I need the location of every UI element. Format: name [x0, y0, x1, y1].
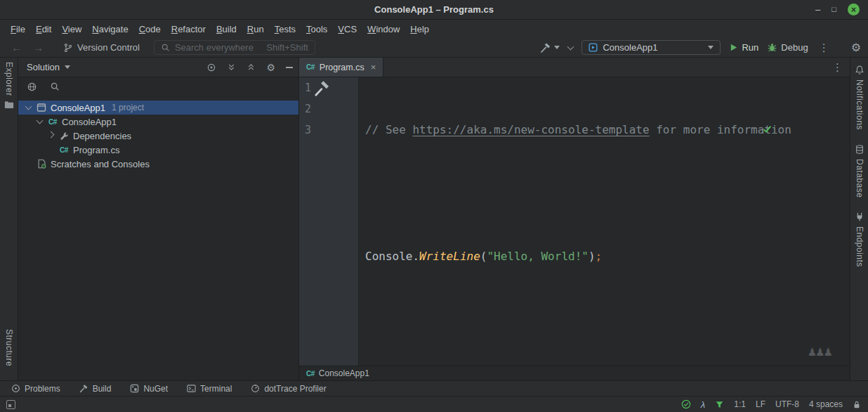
maximize-button[interactable]: □ [831, 6, 836, 13]
close-button[interactable]: × [848, 4, 860, 15]
panel-view-select[interactable]: Solution [27, 62, 70, 72]
settings-gear-icon[interactable]: ⚙ [851, 41, 861, 54]
build-solution-button[interactable] [540, 42, 560, 53]
run-button[interactable]: Run [729, 42, 758, 53]
forward-icon[interactable]: → [30, 41, 46, 53]
tree-item-program-cs[interactable]: C# Program.cs [18, 143, 298, 157]
tree-item-scratches[interactable]: Scratches and Consoles [18, 157, 298, 171]
inspections-status-icon[interactable] [762, 82, 843, 176]
expand-all-icon[interactable] [227, 63, 236, 72]
menu-navigate[interactable]: Navigate [87, 22, 133, 37]
tool-button-nuget[interactable]: NuGet [130, 384, 168, 394]
menu-file[interactable]: File [6, 22, 30, 37]
method-token: WriteLine [419, 250, 480, 263]
debug-label: Debug [781, 42, 808, 53]
tool-button-build[interactable]: Build [79, 384, 112, 394]
line-separator[interactable]: LF [756, 399, 765, 409]
hide-panel-icon[interactable] [286, 67, 293, 68]
tool-button-terminal[interactable]: Terminal [187, 384, 232, 394]
file-encoding[interactable]: UTF-8 [775, 399, 799, 409]
line-number[interactable]: 3 [305, 120, 358, 141]
nuget-icon [130, 384, 139, 393]
tab-close-icon[interactable]: × [371, 62, 376, 72]
search-everywhere[interactable]: Search everywhere Shift+Shift [154, 40, 315, 55]
chevron-down-icon[interactable] [25, 103, 32, 110]
minimize-button[interactable]: – [815, 5, 820, 14]
build-label: Build [93, 384, 112, 394]
run-widget-chevron[interactable] [568, 46, 573, 49]
web-globe-icon[interactable] [27, 82, 37, 92]
tool-window-switcher-icon[interactable] [6, 400, 15, 409]
menu-help[interactable]: Help [405, 22, 434, 37]
collapse-all-icon[interactable] [246, 63, 256, 72]
tab-list-options-icon[interactable]: ⋮ [830, 61, 850, 74]
menu-run[interactable]: Run [242, 22, 269, 37]
lock-icon[interactable] [853, 400, 861, 409]
run-label: Run [742, 42, 758, 53]
menu-build[interactable]: Build [211, 22, 242, 37]
problems-label: Problems [25, 384, 60, 394]
menu-window[interactable]: Window [362, 22, 405, 37]
tool-button-problems[interactable]: Problems [11, 384, 60, 394]
menu-edit[interactable]: Edit [31, 22, 56, 37]
tree-label: ConsoleApp1 [51, 103, 105, 113]
run-config-select[interactable]: ConsoleApp1 [581, 40, 721, 55]
paren-token: ) [588, 250, 596, 263]
locate-file-icon[interactable] [206, 63, 216, 72]
comment-token: // See [365, 123, 412, 136]
tree-item-project[interactable]: C# ConsoleApp1 [18, 115, 298, 129]
endpoints-label: Endpoints [855, 226, 864, 267]
menu-code[interactable]: Code [134, 22, 166, 37]
tool-button-dottrace-profiler[interactable]: dotTrace Profiler [251, 384, 326, 394]
run-config-icon [588, 43, 598, 52]
branch-icon [63, 43, 73, 53]
comment-url-link[interactable]: https://aka.ms/new-console-template [412, 123, 649, 136]
search-placeholder: Search everywhere [175, 42, 254, 53]
run-config-label: ConsoleApp1 [603, 42, 657, 53]
breadcrumb-item[interactable]: ConsoleApp1 [319, 368, 369, 378]
tool-button-database[interactable]: Database [855, 144, 864, 198]
hammer-icon [540, 42, 551, 53]
filter-funnel-icon[interactable] [715, 400, 724, 409]
scratches-icon [36, 159, 47, 169]
back-icon[interactable]: ← [8, 41, 25, 53]
tree-label: Program.cs [73, 145, 119, 155]
version-control-widget[interactable]: Version Control [63, 42, 140, 53]
build-dropdown-icon[interactable] [554, 46, 560, 49]
tree-item-dependencies[interactable]: Dependencies [18, 129, 298, 143]
hammer-icon [79, 384, 88, 393]
menu-vcs[interactable]: VCS [333, 22, 362, 37]
tool-button-structure[interactable]: Structure [4, 329, 14, 366]
tool-button-endpoints[interactable]: Endpoints [855, 212, 864, 267]
plug-icon [855, 212, 864, 222]
tool-button-notifications[interactable]: Notifications [855, 65, 864, 130]
panel-settings-gear-icon[interactable]: ⚙ [266, 62, 275, 73]
inspections-ok-icon[interactable] [681, 399, 691, 409]
editor-gutter[interactable]: 1 2 3 [299, 77, 359, 366]
editor-area: C# Program.cs × ⋮ 1 2 3 [299, 58, 850, 380]
tree-item-solution[interactable]: ConsoleApp1 1 project [18, 101, 298, 115]
menu-tools[interactable]: Tools [301, 22, 332, 37]
wrench-icon [58, 131, 70, 141]
chevron-down-icon[interactable] [36, 117, 43, 124]
code-analysis-icon[interactable]: λ [701, 399, 705, 410]
tab-program-cs[interactable]: C# Program.cs × [299, 58, 383, 77]
more-actions-icon[interactable]: ⋮ [817, 41, 831, 54]
code-editor[interactable]: // See https://aka.ms/new-console-templa… [359, 77, 850, 366]
tool-button-explorer[interactable]: Explorer [4, 62, 14, 109]
debug-button[interactable]: Debug [767, 42, 808, 53]
indent-style[interactable]: 4 spaces [809, 399, 843, 409]
folder-icon [4, 101, 14, 109]
window-title: ConsoleApp1 – Program.cs [0, 4, 868, 15]
caret-position[interactable]: 1:1 [734, 399, 746, 409]
code-line-3: Console.WriteLine("Hello, World!"); [365, 246, 850, 267]
find-in-panel-icon[interactable] [50, 82, 60, 91]
menu-tests[interactable]: Tests [270, 22, 301, 37]
status-widgets: λ 1:1 LF UTF-8 4 spaces [681, 399, 861, 410]
line-number[interactable]: 2 [305, 98, 358, 120]
menu-view[interactable]: View [57, 22, 86, 37]
main-area: Explorer Structure Solution [0, 58, 868, 380]
chevron-right-icon[interactable] [47, 131, 54, 139]
menu-refactor[interactable]: Refactor [166, 22, 211, 37]
solution-explorer-panel: Solution ⚙ [18, 58, 299, 380]
